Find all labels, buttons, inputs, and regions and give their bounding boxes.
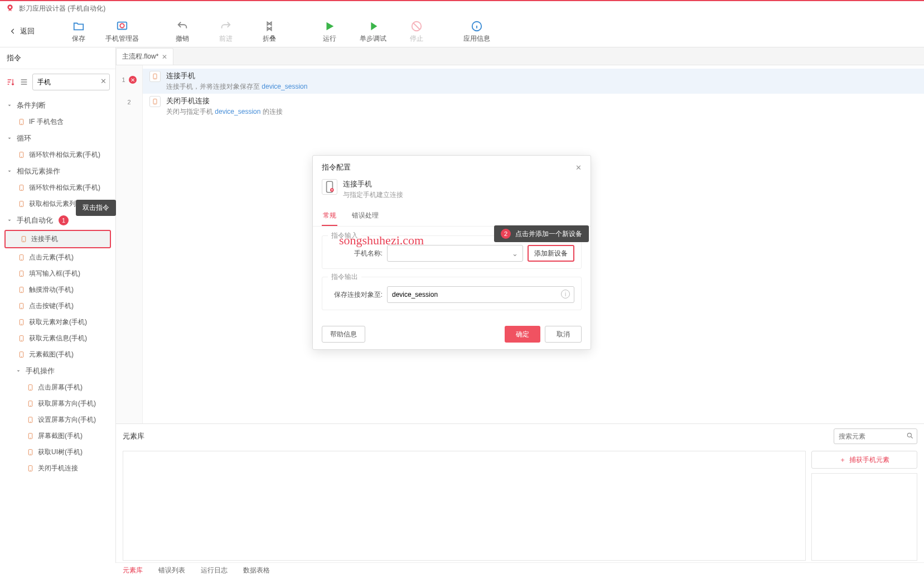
gutter-line: 2 <box>116 91 142 113</box>
tree-item[interactable]: 元素截图(手机) <box>0 346 115 363</box>
close-icon[interactable]: ✕ <box>162 53 167 61</box>
save-variable-input[interactable] <box>387 286 574 303</box>
phone-connect-icon <box>322 179 337 195</box>
phone-icon <box>17 184 26 192</box>
tree-item[interactable]: 循环软件相似元素(手机) <box>0 147 115 163</box>
modal-tab-general[interactable]: 常规 <box>322 206 337 226</box>
redo-button: 前进 <box>204 20 248 44</box>
phone-icon <box>26 432 35 440</box>
phone-icon <box>17 270 26 278</box>
svg-point-25 <box>21 340 21 340</box>
search-icon[interactable] <box>906 432 914 441</box>
tree-item[interactable]: 循环软件相似元素(手机) <box>0 180 115 196</box>
phone-icon <box>17 351 26 359</box>
bottom-tab-errors[interactable]: 错误列表 <box>158 566 185 575</box>
list-icon[interactable] <box>19 77 29 87</box>
fold-icon <box>263 20 275 33</box>
panel-title: 指令 <box>0 47 115 69</box>
app-info-button[interactable]: 应用信息 <box>455 20 499 44</box>
tree-group-header[interactable]: 相似元素操作 <box>0 163 115 180</box>
tree-item[interactable]: 触摸滑动(手机) <box>0 282 115 298</box>
command-search-input[interactable] <box>32 74 110 90</box>
run-button[interactable]: 运行 <box>308 20 351 44</box>
svg-point-9 <box>21 189 21 190</box>
undo-button[interactable]: 撤销 <box>161 20 204 44</box>
tree-item[interactable]: 屏幕截图(手机) <box>0 428 115 444</box>
ok-button[interactable]: 确定 <box>505 326 540 343</box>
help-button[interactable]: 帮助信息 <box>322 326 365 343</box>
tree-item[interactable]: 获取元素对象(手机) <box>0 314 115 330</box>
app-logo-icon <box>6 4 14 13</box>
add-device-button[interactable]: 添加新设备 <box>528 245 574 262</box>
element-library-panel: 元素库 ＋ 捕获手机元素 <box>116 423 924 563</box>
modal-tab-error[interactable]: 错误处理 <box>351 206 380 226</box>
tree-item[interactable]: 获取UI树(手机) <box>0 444 115 460</box>
svg-point-17 <box>21 275 21 276</box>
modal-close-icon[interactable]: ✕ <box>575 163 582 172</box>
capture-element-button[interactable]: ＋ 捕获手机元素 <box>811 451 917 469</box>
bottom-tab-elements[interactable]: 元素库 <box>123 566 143 575</box>
tree-item[interactable]: 点击按键(手机) <box>0 298 115 314</box>
bottom-tab-log[interactable]: 运行日志 <box>201 566 228 575</box>
phone-icon <box>149 96 161 107</box>
undo-icon <box>176 20 188 33</box>
svg-point-39 <box>30 470 30 470</box>
fold-button[interactable]: 折叠 <box>248 20 291 44</box>
phone-icon <box>17 286 26 294</box>
flow-tab[interactable]: 主流程.flow* ✕ <box>116 48 173 65</box>
svg-point-19 <box>21 291 21 292</box>
phone-icon <box>17 151 26 159</box>
phone-icon <box>17 302 26 310</box>
phone-icon <box>26 400 35 408</box>
flow-tab-bar: 主流程.flow* ✕ <box>116 47 924 65</box>
tree-item[interactable]: 点击屏幕(手机) <box>0 379 115 396</box>
chevron-down-icon <box>7 168 13 174</box>
tree-group-header[interactable]: 手机操作 <box>0 363 115 379</box>
tree-item[interactable]: 获取屏幕方向(手机) <box>0 396 115 412</box>
phone-manager-button[interactable]: 手机管理器 <box>100 20 144 44</box>
flow-step[interactable]: 关闭手机连接关闭与指定手机 device_session 的连接 <box>143 94 924 119</box>
phone-icon <box>17 335 26 343</box>
info-icon[interactable]: i <box>561 290 570 298</box>
svg-point-43 <box>155 103 156 104</box>
tree-group-header[interactable]: 条件判断 <box>0 97 115 114</box>
save-button[interactable]: 保存 <box>57 20 100 44</box>
phone-icon <box>17 319 26 326</box>
phone-icon <box>17 200 26 208</box>
step-badge-1: 1 <box>59 215 69 225</box>
plus-icon: ＋ <box>839 455 846 465</box>
sort-icon[interactable] <box>6 77 16 87</box>
back-button[interactable]: 返回 <box>9 26 35 36</box>
chevron-down-icon <box>7 103 13 108</box>
cancel-button[interactable]: 取消 <box>545 326 582 343</box>
tree-item[interactable]: 连接手机 <box>4 230 111 248</box>
stop-button: 停止 <box>395 20 438 44</box>
tree-item[interactable]: IF 手机包含 <box>0 114 115 130</box>
flow-step[interactable]: 连接手机连接手机，并将连接对象保存至 device_session <box>143 69 924 94</box>
clear-icon[interactable]: ✕ <box>100 77 107 85</box>
tree-group-header[interactable]: 循环 <box>0 130 115 147</box>
svg-point-5 <box>21 123 21 124</box>
elem-search-input[interactable] <box>834 428 917 444</box>
tooltip-doubleclick: 双击指令 <box>76 200 116 216</box>
svg-point-37 <box>30 454 30 454</box>
command-config-modal: 指令配置 ✕ 连接手机 与指定手机建立连接 常规 错误处理 指令输入 手机名称:… <box>312 155 591 350</box>
bottom-tab-data[interactable]: 数据表格 <box>243 566 270 575</box>
info-icon <box>471 20 483 33</box>
step-icon <box>367 20 379 33</box>
chevron-down-icon <box>16 368 22 374</box>
phone-icon <box>17 118 26 126</box>
back-label: 返回 <box>20 26 35 36</box>
tree-item[interactable]: 填写输入框(手机) <box>0 266 115 282</box>
tree-item[interactable]: 获取元素信息(手机) <box>0 330 115 346</box>
elem-lib-title: 元素库 <box>123 431 144 441</box>
svg-point-31 <box>30 405 30 406</box>
tree-item[interactable]: 设置屏幕方向(手机) <box>0 412 115 428</box>
tree-item[interactable]: 点击元素(手机) <box>0 249 115 266</box>
svg-point-29 <box>30 389 30 389</box>
tree-item[interactable]: 关闭手机连接 <box>0 460 115 476</box>
step-debug-button[interactable]: 单步调试 <box>351 20 395 44</box>
play-icon <box>323 20 336 33</box>
phone-name-select[interactable]: ⌄ <box>387 245 523 262</box>
svg-point-21 <box>21 307 21 308</box>
